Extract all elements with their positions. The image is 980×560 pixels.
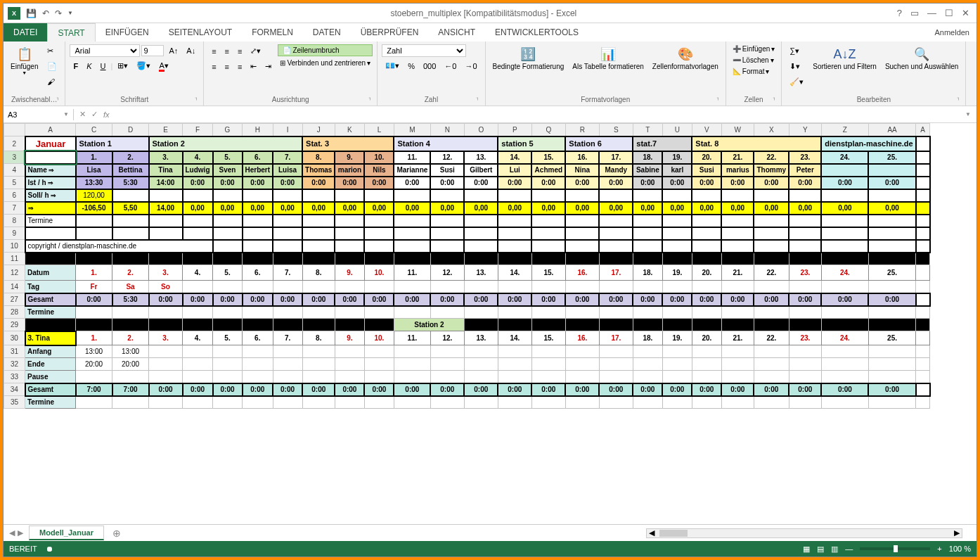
close-icon[interactable]: ✕ [962, 8, 969, 18]
currency-icon[interactable]: 💶▾ [382, 59, 403, 72]
save-icon[interactable]: 💾 [26, 8, 37, 18]
zoom-level[interactable]: 100 % [949, 545, 971, 553]
add-sheet-button[interactable]: ⊕ [107, 528, 127, 539]
maximize-icon[interactable]: ☐ [945, 8, 953, 18]
title-bar: X 💾 ↶ ↷ ▼ stoebern_multiplex [Kompatibil… [4, 4, 976, 23]
enter-formula-icon[interactable]: ✓ [91, 110, 98, 119]
cells-group-label: Zellen [730, 95, 777, 104]
sort-filter-button[interactable]: A↓ZSortieren und Filtern [810, 44, 879, 72]
ansicht-tab[interactable]: ANSICHT [428, 23, 485, 42]
ribbon: 📋Einfügen▼ ✂ 📄 🖌 Zwischenabl… Arial A↑ A… [4, 42, 976, 106]
increase-indent-icon[interactable]: ⇥ [262, 60, 275, 73]
number-group-label: Zahl [382, 95, 480, 104]
sign-in-link[interactable]: Anmelden [934, 28, 969, 37]
redo-icon[interactable]: ↷ [55, 8, 62, 18]
editing-group-label: Bearbeiten [786, 95, 961, 104]
increase-font-icon[interactable]: A↑ [165, 44, 181, 57]
find-select-button[interactable]: 🔍Suchen und Auswählen [882, 44, 962, 72]
undo-icon[interactable]: ↶ [42, 8, 49, 18]
increase-decimal-icon[interactable]: ←0 [441, 60, 460, 72]
zoom-out-icon[interactable]: — [845, 545, 853, 553]
status-bar: BEREIT ⏺ ▦ ▤ ▥ — + 100 % [4, 541, 976, 556]
align-left-icon[interactable]: ≡ [208, 61, 219, 73]
decrease-font-icon[interactable]: A↓ [183, 44, 199, 57]
next-sheet-icon[interactable]: ▶ [18, 528, 23, 537]
alignment-group-label: Ausrichtung [208, 95, 373, 104]
insert-cells-button[interactable]: ➕ Einfügen ▾ [730, 44, 777, 53]
formula-bar: A3 ▼ ✕ ✓ fx ▼ [4, 106, 976, 123]
daten-tab[interactable]: DATEN [303, 23, 351, 42]
zoom-slider[interactable] [860, 547, 930, 550]
font-size-input[interactable] [141, 45, 164, 56]
font-name-select[interactable]: Arial [70, 44, 140, 57]
spreadsheet-grid[interactable]: ACDEFGHIJKLMNOPQRSTUVWXYZAAA2JanuarStati… [4, 123, 976, 524]
decrease-decimal-icon[interactable]: →0 [461, 60, 480, 72]
styles-group-label: Formatvorlagen [490, 95, 721, 104]
qat-dropdown-icon[interactable]: ▼ [67, 10, 73, 16]
file-tab[interactable]: DATEI [4, 23, 47, 42]
view-normal-icon[interactable]: ▦ [803, 545, 810, 554]
expand-formula-icon[interactable]: ▼ [960, 111, 976, 117]
underline-icon[interactable]: U [97, 60, 110, 72]
entwickler-tab[interactable]: ENTWICKLERTOOLS [485, 23, 588, 42]
macro-record-icon[interactable]: ⏺ [46, 545, 53, 553]
menu-bar: DATEI START EINFÜGEN SEITENLAYOUT FORMEL… [4, 23, 976, 42]
decrease-indent-icon[interactable]: ⇤ [247, 60, 260, 73]
align-center-icon[interactable]: ≡ [221, 61, 233, 73]
font-group-label: Schriftart [70, 95, 199, 104]
fill-color-icon[interactable]: 🪣▾ [133, 59, 154, 72]
number-format-select[interactable]: Zahl [382, 44, 466, 57]
paste-button[interactable]: 📋Einfügen▼ [8, 44, 41, 77]
window-title: stoebern_multiplex [Kompatibilitätsmodus… [77, 8, 890, 18]
conditional-formatting-button[interactable]: 🔢Bedingte Formatierung [490, 44, 567, 72]
clipboard-group-label: Zwischenabl… [8, 95, 60, 104]
status-ready: BEREIT [9, 545, 37, 553]
prev-sheet-icon[interactable]: ◀ [9, 528, 15, 537]
delete-cells-button[interactable]: ➖ Löschen ▾ [730, 56, 777, 65]
horizontal-scrollbar[interactable]: ◀▶ [646, 528, 962, 538]
help-icon[interactable]: ? [897, 8, 902, 18]
font-color-icon[interactable]: A▾ [155, 59, 172, 72]
formula-input[interactable] [115, 109, 960, 120]
fill-icon[interactable]: ⬇▾ [786, 60, 807, 73]
cell-styles-button[interactable]: 🎨Zellenformatvorlagen [650, 44, 721, 72]
merge-center-button[interactable]: ⊞ Verbinden und zentrieren ▾ [278, 58, 373, 68]
align-top-icon[interactable]: ≡ [208, 45, 219, 58]
italic-icon[interactable]: K [83, 60, 95, 72]
format-painter-icon[interactable]: 🖌 [44, 75, 60, 88]
copy-icon[interactable]: 📄 [44, 60, 60, 73]
clear-icon[interactable]: 🧹▾ [786, 75, 807, 89]
einfuegen-tab[interactable]: EINFÜGEN [96, 23, 159, 42]
borders-icon[interactable]: ⊞▾ [114, 59, 131, 72]
zoom-in-icon[interactable]: + [937, 545, 941, 553]
autosum-icon[interactable]: ∑▾ [786, 44, 807, 58]
name-box[interactable]: A3 ▼ [4, 109, 74, 120]
view-layout-icon[interactable]: ▤ [817, 545, 824, 554]
format-as-table-button[interactable]: 📊Als Tabelle formatieren [569, 44, 647, 72]
percent-icon[interactable]: % [404, 60, 418, 72]
align-right-icon[interactable]: ≡ [234, 61, 245, 73]
view-pagebreak-icon[interactable]: ▥ [831, 545, 838, 554]
fx-icon[interactable]: fx [103, 110, 110, 119]
align-bottom-icon[interactable]: ≡ [234, 45, 245, 58]
excel-icon: X [8, 7, 20, 20]
ribbon-options-icon[interactable]: ▭ [910, 8, 919, 18]
sheet-tab-bar: ◀ ▶ Modell_Januar ⊕ ◀▶ [4, 524, 976, 541]
seitenlayout-tab[interactable]: SEITENLAYOUT [159, 23, 242, 42]
start-tab[interactable]: START [47, 23, 95, 42]
ueberpruefen-tab[interactable]: ÜBERPRÜFEN [351, 23, 429, 42]
minimize-icon[interactable]: — [927, 8, 936, 18]
orientation-icon[interactable]: ⤢▾ [247, 44, 264, 58]
sheet-tab-modell-januar[interactable]: Modell_Januar [29, 526, 104, 540]
cancel-formula-icon[interactable]: ✕ [79, 110, 86, 119]
wrap-text-button[interactable]: 📄 Zeilenumbruch [278, 44, 373, 56]
format-cells-button[interactable]: 📐 Format ▾ [730, 67, 777, 76]
align-middle-icon[interactable]: ≡ [221, 45, 233, 58]
cut-icon[interactable]: ✂ [44, 44, 60, 58]
bold-icon[interactable]: F [70, 60, 82, 72]
formeln-tab[interactable]: FORMELN [242, 23, 303, 42]
thousands-icon[interactable]: 000 [420, 60, 439, 72]
